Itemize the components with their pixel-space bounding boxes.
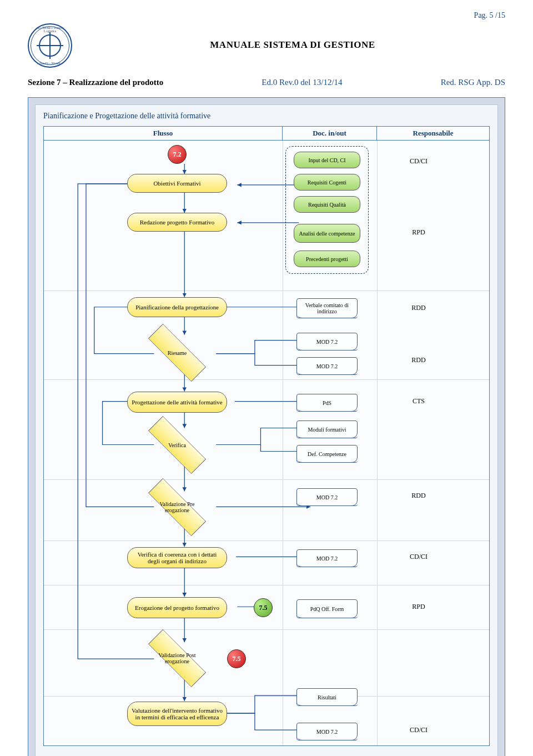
proc-verifica-coerenza: Verifica di coerenza con i dettati degli… bbox=[127, 547, 227, 568]
proc-redazione: Redazione progetto Formativo bbox=[127, 213, 227, 232]
decision-valid-pre: Validazione Pre erogazione bbox=[147, 490, 208, 524]
resp-9: CD/CI bbox=[388, 726, 449, 734]
ship-wheel-icon bbox=[39, 34, 61, 57]
doc-moduli: Moduli formativi bbox=[296, 420, 358, 438]
resp-7: CD/CI bbox=[388, 553, 449, 561]
proc-pianificazione: Pianificazione della progettazione bbox=[127, 297, 227, 317]
proc-progettazione: Progettazione delle attività formative bbox=[127, 392, 227, 413]
input-cd-ci: Input del CD, CI bbox=[294, 152, 360, 168]
resp-3: RDD bbox=[388, 304, 449, 312]
proc-obiettivi: Obiettivi Formativi bbox=[127, 174, 227, 193]
column-headers: Flusso Doc. in/out Responsabile bbox=[43, 126, 490, 141]
doc-mod72-a: MOD 7.2 bbox=[296, 333, 358, 351]
flowchart-canvas: 7.2 Input del CD, CI Requisiti Cogenti R… bbox=[43, 141, 490, 746]
diagram-frame: Pianificazione e Progettazione delle att… bbox=[28, 97, 505, 756]
resp-8: RPD bbox=[388, 603, 449, 611]
doc-mod72-d: MOD 7.2 bbox=[296, 549, 358, 567]
resp-4: RDD bbox=[388, 356, 449, 364]
doc-pds: PdS bbox=[296, 394, 358, 412]
doc-mod72-c: MOD 7.2 bbox=[296, 488, 358, 506]
input-qualita: Requisiti Qualità bbox=[294, 196, 360, 213]
terminator-start: 7.2 bbox=[168, 145, 187, 164]
resp-5: CTS bbox=[388, 397, 449, 405]
input-analisi: Analisi delle competenze bbox=[294, 224, 360, 243]
col-doc: Doc. in/out bbox=[283, 127, 377, 140]
col-flusso: Flusso bbox=[44, 127, 283, 140]
proc-valutazione: Valutazione dell'intervento formativo in… bbox=[127, 702, 227, 726]
doc-pdq: PdQ Off. Form bbox=[296, 599, 358, 618]
proc-erogazione: Erogazione del progetto formativo bbox=[127, 597, 227, 618]
doc-mod72-e: MOD 7.2 bbox=[296, 723, 358, 740]
decision-riesame: Riesame bbox=[147, 336, 208, 369]
school-logo: Istituto Tecnico Trasporti e Logistica N… bbox=[28, 23, 72, 68]
decision-verifica: Verifica bbox=[147, 428, 208, 462]
terminator-7-5b: 7.5 bbox=[227, 649, 246, 668]
decision-valid-post: Validazione Post erogazione bbox=[147, 642, 208, 675]
page-number: Pag. 5 /15 bbox=[28, 11, 505, 20]
terminator-7-5a: 7.5 bbox=[254, 598, 273, 617]
doc-header: Istituto Tecnico Trasporti e Logistica N… bbox=[28, 23, 505, 68]
col-resp: Responsabile bbox=[377, 127, 489, 140]
input-cogenti: Requisiti Cogenti bbox=[294, 174, 360, 191]
doc-risultati: Risultati bbox=[296, 688, 358, 706]
resp-2: RPD bbox=[388, 228, 449, 237]
doc-subheader: Sezione 7 – Realizzazione del prodotto E… bbox=[28, 78, 505, 87]
doc-mod72-b: MOD 7.2 bbox=[296, 357, 358, 375]
doc-verbale: Verbale comitato di indirizzo bbox=[296, 298, 358, 318]
doc-defcomp: Def. Competenze bbox=[296, 445, 358, 463]
panel-title: Pianificazione e Progettazione delle att… bbox=[43, 112, 490, 121]
resp-6: RDD bbox=[388, 492, 449, 500]
doc-title: MANUALE SISTEMA DI GESTIONE bbox=[80, 39, 505, 51]
resp-1: CD/CI bbox=[388, 157, 449, 166]
input-precedenti: Precedenti progetti bbox=[294, 251, 360, 267]
